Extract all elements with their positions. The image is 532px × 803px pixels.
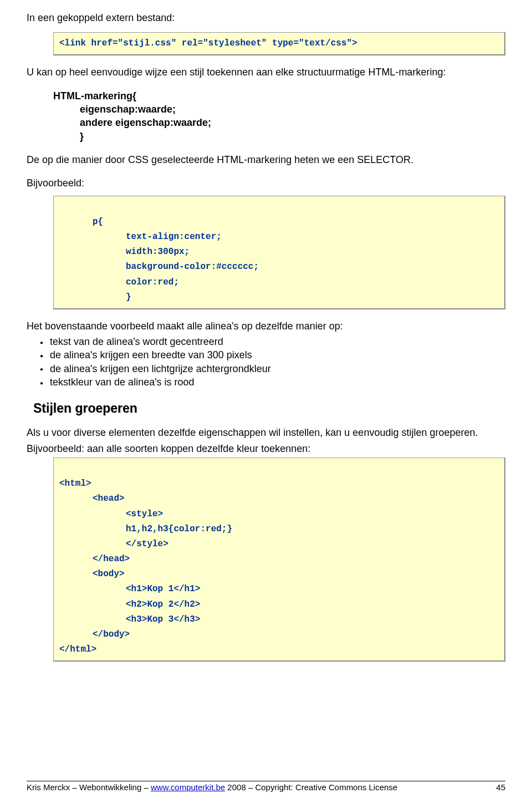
section-heading: Stijlen groeperen <box>33 401 505 416</box>
c3-l8: <h1>Kop 1</h1> <box>59 582 499 597</box>
selector-l4: } <box>53 130 505 143</box>
footer-left: Kris Merckx – Webontwikkeling – www.comp… <box>27 782 397 792</box>
c2-l2: text-align:center; <box>59 230 499 245</box>
list-item: de alinea's krijgen een breedte van 300 … <box>40 348 505 362</box>
para-5: Het bovenstaande voorbeeld maakt alle al… <box>27 319 505 333</box>
c3-l6: </head> <box>59 552 499 567</box>
intro-line: In een gekoppeld extern bestand: <box>27 11 505 24</box>
para-6: Als u voor diverse elementen dezelfde ei… <box>27 426 505 439</box>
para-7: Bijvoorbeeld: aan alle soorten koppen de… <box>27 442 505 455</box>
c3-l10: <h3>Kop 3</h3> <box>59 612 499 627</box>
c2-l4: background-color:#cccccc; <box>59 260 499 275</box>
c3-l11: </body> <box>59 627 499 642</box>
c3-l5: </style> <box>59 537 499 552</box>
para-2: U kan op heel eenvoudige wijze een stijl… <box>27 65 505 79</box>
c2-l6: } <box>59 290 499 305</box>
code-block-2: p{text-align:center;width:300px;backgrou… <box>53 196 505 309</box>
c2-l1: p{ <box>59 215 499 230</box>
para-4: Bijvoorbeeld: <box>27 176 505 190</box>
list-item: tekst van de alinea's wordt gecentreerd <box>40 335 505 348</box>
c3-l4: h1,h2,h3{color:red;} <box>59 522 499 537</box>
c3-l9: <h2>Kop 2</h2> <box>59 597 499 612</box>
para-3: De op die manier door CSS geselecteerde … <box>27 153 505 166</box>
selector-l3: andere eigenschap:waarde; <box>53 116 505 129</box>
c3-l1: <html> <box>59 476 499 491</box>
list-item: tekstkleur van de alinea's is rood <box>40 375 505 389</box>
page-number: 45 <box>496 782 505 792</box>
page-footer: Kris Merckx – Webontwikkeling – www.comp… <box>27 781 505 792</box>
c2-l5: color:red; <box>59 275 499 290</box>
selector-l1: HTML-markering{ <box>53 89 505 103</box>
code-block-1: <link href="stijl.css" rel="stylesheet" … <box>53 32 505 55</box>
list-item: de alinea's krijgen een lichtgrijze acht… <box>40 362 505 375</box>
c3-l7: <body> <box>59 567 499 582</box>
footer-pre: Kris Merckx – Webontwikkeling – <box>27 782 151 792</box>
c3-l2: <head> <box>59 491 499 506</box>
code-block-3: <html><head><style>h1,h2,h3{color:red;}<… <box>53 458 505 662</box>
c2-l3: width:300px; <box>59 245 499 260</box>
footer-post: 2008 – Copyright: Creative Commons Licen… <box>225 782 397 792</box>
footer-link[interactable]: www.computerkit.be <box>151 782 225 792</box>
c3-l12: </html> <box>59 642 499 657</box>
selector-l2: eigenschap:waarde; <box>53 103 505 116</box>
c3-l3: <style> <box>59 507 499 522</box>
bullet-list: tekst van de alinea's wordt gecentreerd … <box>40 335 505 389</box>
